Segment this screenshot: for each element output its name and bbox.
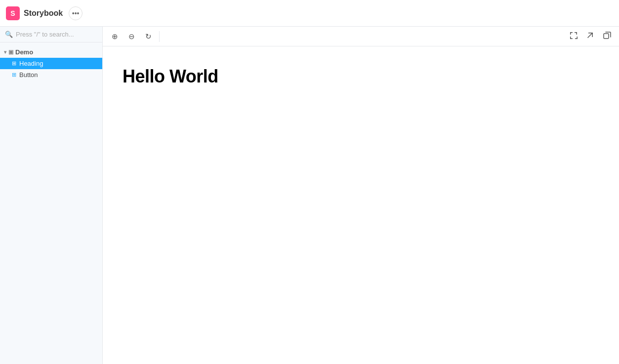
- sidebar-item-button-label: Button: [19, 71, 38, 79]
- zoom-out-button[interactable]: ⊖: [124, 29, 139, 44]
- story-icon-heading: ⊞: [12, 60, 16, 67]
- svg-rect-0: [604, 34, 609, 39]
- component-group-icon: ▣: [8, 49, 13, 55]
- canvas-frame: Hello World: [103, 46, 619, 364]
- toolbar-right: [566, 29, 615, 44]
- chevron-down-icon: ▾: [4, 49, 6, 55]
- canvas-area: ⊕ ⊖ ↻: [103, 27, 619, 364]
- sidebar-item-heading[interactable]: ⊞ Heading: [0, 58, 102, 69]
- logo-area: S Storybook: [6, 6, 63, 20]
- menu-dots-button[interactable]: •••: [69, 6, 83, 20]
- toolbar-divider: [159, 31, 160, 42]
- tree-group-label: Demo: [15, 48, 33, 56]
- zoom-in-icon: ⊕: [112, 32, 118, 41]
- canvas-toolbar: ⊕ ⊖ ↻: [103, 27, 619, 46]
- search-icon: 🔍: [5, 31, 13, 38]
- zoom-out-icon: ⊖: [128, 32, 135, 41]
- fullscreen-icon: [570, 32, 578, 41]
- tree-group-demo[interactable]: ▾ ▣ Demo: [0, 46, 102, 58]
- app-name: Storybook: [24, 9, 63, 18]
- open-new-tab-icon: [586, 32, 594, 41]
- fullscreen-button[interactable]: [566, 29, 581, 44]
- sidebar-item-heading-label: Heading: [19, 60, 43, 67]
- main-layout: 🔍 Press "/" to search... ▾ ▣ Demo ⊞ Head…: [0, 27, 619, 364]
- open-new-tab-button[interactable]: [582, 29, 598, 44]
- copy-link-icon: [603, 32, 611, 41]
- story-icon-button: ⊞: [12, 72, 16, 78]
- sidebar-item-button[interactable]: ⊞ Button: [0, 69, 102, 81]
- storybook-logo-icon: S: [6, 6, 20, 20]
- copy-link-button[interactable]: [599, 29, 615, 44]
- search-placeholder: Press "/" to search...: [16, 31, 74, 38]
- zoom-reset-button[interactable]: ↻: [140, 29, 156, 44]
- sidebar: 🔍 Press "/" to search... ▾ ▣ Demo ⊞ Head…: [0, 27, 103, 364]
- sidebar-tree: ▾ ▣ Demo ⊞ Heading ⊞ Button: [0, 42, 102, 84]
- canvas-heading: Hello World: [123, 66, 599, 87]
- zoom-reset-icon: ↻: [145, 32, 152, 41]
- search-bar[interactable]: 🔍 Press "/" to search...: [0, 27, 102, 42]
- dots-icon: •••: [72, 9, 80, 17]
- zoom-in-button[interactable]: ⊕: [107, 29, 123, 44]
- header: S Storybook •••: [0, 0, 619, 27]
